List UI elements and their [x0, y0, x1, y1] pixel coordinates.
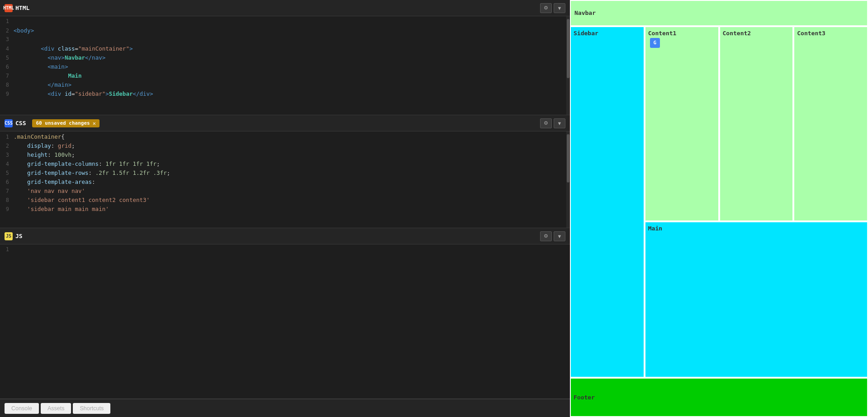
preview-footer: Footer [570, 378, 868, 417]
css-title-text: CSS [15, 120, 26, 127]
preview-sidebar: Sidebar [570, 26, 645, 378]
js-panel-header: JS JS ⚙ ▼ [0, 228, 570, 244]
css-line-8: 8 'sidebar content1 content2 content3' [0, 197, 570, 206]
html-line-8: 8 </main> [0, 81, 570, 90]
preview-content3: Content3 [793, 26, 868, 222]
css-panel-header: CSS CSS 60 unsaved changes ✕ ⚙ ▼ [0, 115, 570, 131]
html-panel-title: HTML HTML [5, 4, 29, 12]
preview-content1-label: Content1 [648, 30, 677, 37]
preview-content3-label: Content3 [797, 30, 825, 37]
js-line-1: 1 [0, 246, 570, 255]
css-line-6: 6 grid-template-areas: [0, 178, 570, 187]
bottom-bar: Console Assets Shortcuts [0, 399, 570, 417]
css-panel-title: CSS CSS 60 unsaved changes ✕ [5, 119, 100, 127]
translate-icon: G [650, 38, 660, 48]
js-collapse-button[interactable]: ▼ [554, 231, 565, 241]
html-line-6: 6 <main> [0, 63, 570, 72]
js-panel-title: JS JS [5, 232, 23, 240]
html-line-9: 9 <div id="sidebar">Sidebar</div> [0, 90, 570, 99]
preview-grid: Navbar Sidebar Content1 G Content2 Conte… [570, 0, 868, 417]
preview-content2: Content2 [719, 26, 794, 222]
preview-footer-label: Footer [574, 394, 595, 401]
html-line-3: 3 [0, 36, 570, 45]
css-line-9: 9 'sidebar main main main' [0, 206, 570, 215]
css-collapse-button[interactable]: ▼ [554, 118, 565, 128]
preview-main: Main [645, 221, 868, 378]
css-line-2: 2 display: grid; [0, 142, 570, 151]
css-line-5: 5 grid-template-rows: .2fr 1.5fr 1.2fr .… [0, 169, 570, 178]
preview-navbar-label: Navbar [574, 9, 596, 16]
js-icon: JS [5, 232, 13, 240]
css-settings-button[interactable]: ⚙ [540, 118, 552, 128]
console-tab[interactable]: Console [5, 403, 39, 414]
js-panel-controls: ⚙ ▼ [540, 231, 565, 241]
html-panel-header: HTML HTML ⚙ ▼ [0, 0, 570, 16]
html-settings-button[interactable]: ⚙ [540, 3, 552, 13]
css-line-1: 1 .mainContainer{ [0, 133, 570, 142]
css-line-4: 4 grid-template-columns: 1fr 1fr 1fr 1fr… [0, 160, 570, 169]
html-line-7: 7 Main [0, 72, 570, 81]
html-icon: HTML [5, 4, 13, 12]
preview-main-label: Main [648, 225, 662, 232]
css-panel-controls: ⚙ ▼ [540, 118, 565, 128]
html-panel: HTML HTML ⚙ ▼ 1 2 <body> [0, 0, 570, 115]
js-settings-button[interactable]: ⚙ [540, 231, 552, 241]
html-line-4: 4 <div class="mainContainer"> [0, 45, 570, 54]
assets-tab[interactable]: Assets [41, 403, 71, 414]
html-title-text: HTML [15, 5, 29, 11]
html-line-5: 5 <nav>Navbar</nav> [0, 54, 570, 63]
css-code-lines: 1 .mainContainer{ 2 display: grid; 3 hei… [0, 133, 570, 215]
preview-sidebar-label: Sidebar [574, 30, 598, 37]
unsaved-changes-badge: 60 unsaved changes ✕ [32, 119, 99, 127]
css-code-content[interactable]: 1 .mainContainer{ 2 display: grid; 3 hei… [0, 131, 570, 228]
js-code-lines: 1 [0, 246, 570, 255]
code-editor: HTML HTML ⚙ ▼ 1 2 <body> [0, 0, 570, 417]
js-code-content[interactable]: 1 [0, 244, 570, 398]
html-panel-controls: ⚙ ▼ [540, 3, 565, 13]
css-line-3: 3 height: 100vh; [0, 151, 570, 160]
preview-navbar: Navbar [570, 0, 868, 26]
css-line-7: 7 'nav nav nav nav' [0, 187, 570, 197]
preview-content2-label: Content2 [723, 30, 751, 37]
html-line-1: 1 [0, 18, 570, 27]
js-panel: JS JS ⚙ ▼ 1 [0, 228, 570, 399]
preview-panel: Navbar Sidebar Content1 G Content2 Conte… [570, 0, 868, 417]
unsaved-close-button[interactable]: ✕ [93, 120, 96, 127]
css-panel: CSS CSS 60 unsaved changes ✕ ⚙ ▼ 1 [0, 115, 570, 228]
shortcuts-tab[interactable]: Shortcuts [73, 403, 110, 414]
unsaved-count: 60 unsaved changes [36, 120, 90, 126]
html-code-content[interactable]: 1 2 <body> 3 4 <div class="mainContainer [0, 16, 570, 115]
html-code-lines: 1 2 <body> 3 4 <div class="mainContainer [0, 18, 570, 99]
preview-content1: Content1 G [645, 26, 719, 222]
js-title-text: JS [15, 233, 23, 239]
html-collapse-button[interactable]: ▼ [554, 3, 565, 13]
html-line-2: 2 <body> [0, 27, 570, 36]
css-icon: CSS [5, 119, 13, 127]
